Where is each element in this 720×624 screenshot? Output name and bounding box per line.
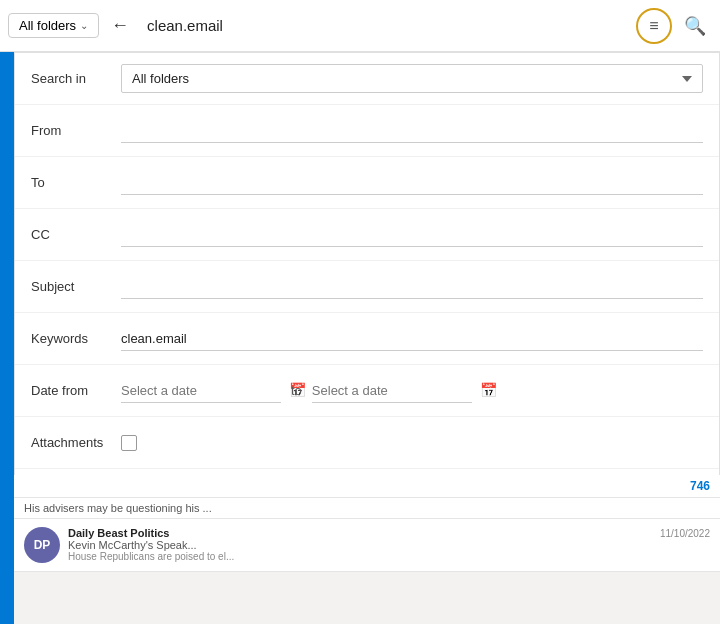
search-input[interactable] [141,13,630,38]
email-subject-2: Kevin McCarthy's Speak... [68,539,710,551]
folder-selector[interactable]: All folders ⌄ [8,13,99,38]
to-input[interactable] [121,171,703,195]
email-item-2: DP Daily Beast Politics 11/10/2022 Kevin… [14,519,720,572]
from-label: From [31,123,121,138]
sidebar-strip [0,52,14,624]
subject-input[interactable] [121,275,703,299]
count-row: 746 [14,475,720,498]
attachments-checkbox[interactable] [121,435,137,451]
email-preview-1: His advisers may be questioning his ... [14,498,720,519]
preview-text-1: His advisers may be questioning his ... [24,502,212,514]
to-label: To [31,175,121,190]
folder-label: All folders [19,18,76,33]
date-to-wrap: 📅 [312,379,472,403]
from-row: From [15,105,719,157]
date-from-row: Date from 📅 to 📅 [15,365,719,417]
back-button[interactable]: ← [105,11,135,40]
calendar-icon-to[interactable]: 📅 [480,382,497,398]
search-in-select[interactable]: All folders Inbox Sent Drafts Deleted [121,64,703,93]
search-icon-button[interactable]: 🔍 [678,11,712,41]
date-separator: to [291,383,302,398]
email-count: 746 [690,479,710,493]
cc-row: CC [15,209,719,261]
email-date-2: 11/10/2022 [660,528,710,539]
avatar-initials: DP [34,538,51,552]
search-icon: 🔍 [684,16,706,36]
subject-label: Subject [31,279,121,294]
keywords-row: Keywords [15,313,719,365]
date-to-input[interactable] [312,379,480,402]
email-sender-2: Daily Beast Politics [68,527,170,539]
cc-input[interactable] [121,223,703,247]
attachments-label: Attachments [31,435,121,450]
email-list-background: 746 His advisers may be questioning his … [14,475,720,624]
keywords-label: Keywords [31,331,121,346]
chevron-down-icon: ⌄ [80,20,88,31]
from-input[interactable] [121,119,703,143]
keywords-input[interactable] [121,327,703,351]
cc-label: CC [31,227,121,242]
avatar-dp: DP [24,527,60,563]
filter-button[interactable]: ≡ [636,8,672,44]
email-content-2: Daily Beast Politics 11/10/2022 Kevin Mc… [68,527,710,562]
date-from-wrap: 📅 [121,379,281,403]
to-row: To [15,157,719,209]
filter-icon: ≡ [649,17,658,35]
search-in-row: Search in All folders Inbox Sent Drafts … [15,53,719,105]
date-from-label: Date from [31,383,121,398]
search-in-label: Search in [31,71,121,86]
attachments-row: Attachments [15,417,719,469]
top-bar: All folders ⌄ ← ≡ 🔍 [0,0,720,52]
subject-row: Subject [15,261,719,313]
email-preview-2: House Republicans are poised to el... [68,551,710,562]
date-from-input[interactable] [121,379,289,402]
